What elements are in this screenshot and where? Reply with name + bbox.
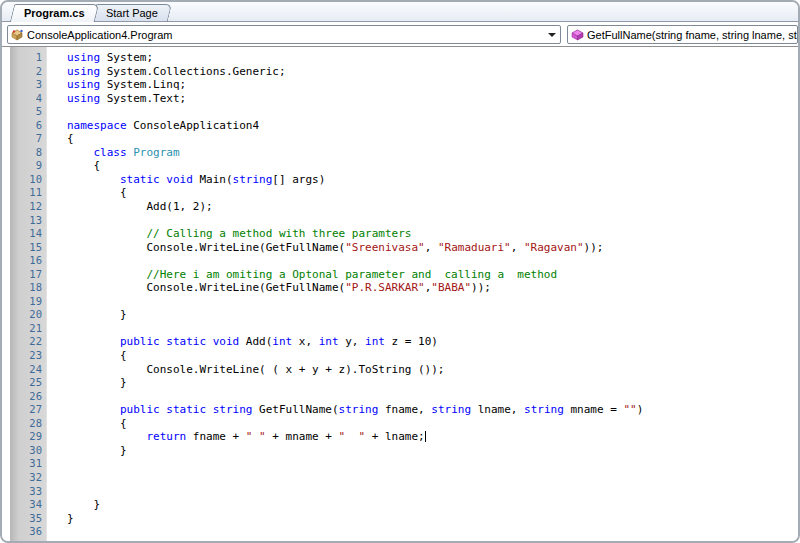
- code-line[interactable]: 5: [2, 105, 798, 119]
- line-number: 30: [10, 444, 42, 458]
- code-token-plain: Console.WriteLine( ( x + y + z).ToString…: [67, 363, 445, 376]
- code-line[interactable]: 33: [2, 485, 798, 499]
- code-token-plain: [67, 173, 120, 186]
- code-line[interactable]: 9 {: [2, 159, 798, 173]
- members-dropdown[interactable]: GetFullName(string fname, string lname, …: [567, 25, 798, 44]
- code-token-plain: GetFullName(: [252, 403, 338, 416]
- tab-program-cs[interactable]: Program.cs: [10, 4, 99, 22]
- line-number: 12: [10, 200, 42, 214]
- code-line[interactable]: 10 static void Main(string[] args): [2, 173, 798, 187]
- code-token-string: "": [623, 403, 636, 416]
- code-line[interactable]: 1using System;: [2, 51, 798, 65]
- code-text: Console.WriteLine(GetFullName("P.R.SARKA…: [67, 281, 798, 295]
- code-text: }: [67, 498, 798, 512]
- tab-start-page[interactable]: Start Page: [92, 4, 172, 21]
- line-number: 22: [10, 335, 42, 349]
- line-number: 27: [10, 403, 42, 417]
- code-line[interactable]: 6namespace ConsoleApplication4: [2, 119, 798, 133]
- line-number: 6: [10, 119, 42, 133]
- code-line[interactable]: 20 }: [2, 308, 798, 322]
- code-line[interactable]: 32: [2, 471, 798, 485]
- line-number: 7: [10, 132, 42, 146]
- code-line[interactable]: 21: [2, 322, 798, 336]
- code-text: {: [67, 349, 798, 363]
- code-line[interactable]: 11 {: [2, 186, 798, 200]
- code-line[interactable]: 14 // Calling a method with three paramt…: [2, 227, 798, 241]
- code-line[interactable]: 29 return fname + " " + mname + " " + ln…: [2, 430, 798, 444]
- code-line[interactable]: 25 }: [2, 376, 798, 390]
- code-line[interactable]: 12 Add(1, 2);: [2, 200, 798, 214]
- code-text: class Program: [67, 146, 798, 160]
- line-number: 10: [10, 173, 42, 187]
- line-number: 8: [10, 146, 42, 160]
- code-lines: 1using System;2using System.Collections.…: [2, 51, 798, 539]
- code-line[interactable]: 27 public static string GetFullName(stri…: [2, 403, 798, 417]
- line-number: 33: [10, 485, 42, 499]
- code-line[interactable]: 18 Console.WriteLine(GetFullName("P.R.SA…: [2, 281, 798, 295]
- code-token-plain: fname +: [186, 430, 246, 443]
- line-number: 34: [10, 498, 42, 512]
- code-line[interactable]: 15 Console.WriteLine(GetFullName("Sreeni…: [2, 241, 798, 255]
- code-token-plain: ConsoleApplication4: [127, 119, 259, 132]
- code-line[interactable]: 31: [2, 457, 798, 471]
- line-number: 17: [10, 268, 42, 282]
- code-line[interactable]: 2using System.Collections.Generic;: [2, 65, 798, 79]
- code-line[interactable]: 16: [2, 254, 798, 268]
- code-text: namespace ConsoleApplication4: [67, 119, 798, 133]
- code-token-plain: Console.WriteLine(GetFullName(: [67, 241, 345, 254]
- code-token-plain: {: [67, 349, 127, 362]
- code-text: Console.WriteLine( ( x + y + z).ToString…: [67, 363, 798, 377]
- code-line[interactable]: 7{: [2, 132, 798, 146]
- code-token-keyword: public: [120, 403, 160, 416]
- code-line[interactable]: 36: [2, 525, 798, 539]
- code-token-keyword: string: [339, 403, 379, 416]
- code-line[interactable]: 24 Console.WriteLine( ( x + y + z).ToStr…: [2, 363, 798, 377]
- code-line[interactable]: 28 {: [2, 417, 798, 431]
- code-token-keyword: public: [120, 335, 160, 348]
- code-token-keyword: using: [67, 78, 100, 91]
- code-text: {: [67, 159, 798, 173]
- code-token-keyword: static: [166, 335, 206, 348]
- code-token-plain: [67, 268, 146, 281]
- code-line[interactable]: 17 //Here i am omiting a Optonal paramet…: [2, 268, 798, 282]
- line-number: 35: [10, 512, 42, 526]
- code-token-plain: }: [67, 498, 100, 511]
- code-token-plain: }: [67, 512, 74, 525]
- code-token-plain: }: [67, 308, 127, 321]
- code-line[interactable]: 30 }: [2, 444, 798, 458]
- code-token-plain: z = 10): [385, 335, 438, 348]
- code-text: }: [67, 376, 798, 390]
- types-dropdown[interactable]: ConsoleApplication4.Program: [7, 25, 561, 44]
- code-line[interactable]: 23 {: [2, 349, 798, 363]
- code-token-plain: [67, 403, 120, 416]
- code-editor-surface[interactable]: 1using System;2using System.Collections.…: [2, 47, 798, 543]
- code-line[interactable]: 8 class Program: [2, 146, 798, 160]
- code-token-string: "P.R.SARKAR": [345, 281, 424, 294]
- code-token-plain: ,: [425, 241, 438, 254]
- code-line[interactable]: 19: [2, 295, 798, 309]
- code-token-string: "BABA": [431, 281, 471, 294]
- code-line[interactable]: 22 public static void Add(int x, int y, …: [2, 335, 798, 349]
- code-token-plain: [206, 403, 213, 416]
- code-token-keyword: string: [524, 403, 564, 416]
- code-text: using System;: [67, 51, 798, 65]
- code-line[interactable]: 4using System.Text;: [2, 92, 798, 106]
- code-line[interactable]: 26: [2, 390, 798, 404]
- class-icon: [11, 29, 24, 41]
- code-token-plain: ));: [584, 241, 604, 254]
- code-token-keyword: void: [166, 173, 193, 186]
- line-number: 31: [10, 457, 42, 471]
- code-line[interactable]: 3using System.Linq;: [2, 78, 798, 92]
- line-number: 4: [10, 92, 42, 106]
- code-line[interactable]: 34 }: [2, 498, 798, 512]
- code-token-string: "Ramaduari": [438, 241, 511, 254]
- code-line[interactable]: 13: [2, 214, 798, 228]
- line-number: 15: [10, 241, 42, 255]
- line-number: 18: [10, 281, 42, 295]
- line-number: 36: [10, 525, 42, 539]
- code-token-keyword: namespace: [67, 119, 127, 132]
- code-text: static void Main(string[] args): [67, 173, 798, 187]
- types-dropdown-arrow[interactable]: [544, 26, 560, 43]
- code-line[interactable]: 35}: [2, 512, 798, 526]
- code-text: return fname + " " + mname + " " + lname…: [67, 430, 798, 444]
